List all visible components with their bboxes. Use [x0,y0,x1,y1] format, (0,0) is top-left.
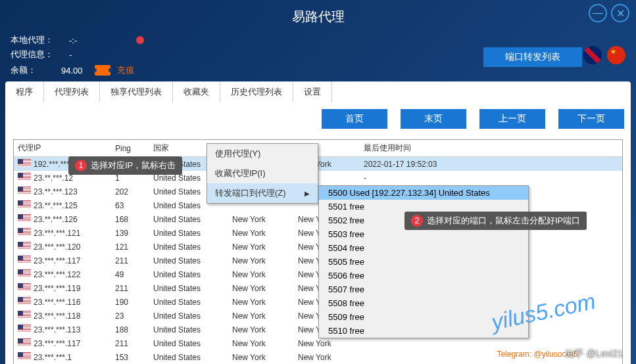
callout-2-text: 选择对应的端口，鼠标左击分配好IP端口 [427,215,580,227]
cell: - [360,171,622,185]
cell: 2022-01-17 19:52:03 [360,157,622,171]
cell: United States [149,240,228,254]
tab-1[interactable]: 代理列表 [44,81,100,102]
nav-btn-3[interactable]: 下一页 [558,109,624,129]
tab-5[interactable]: 设置 [293,81,332,102]
ctx-forward-port[interactable]: 转发端口到代理(Z) ▶ [207,183,318,203]
ctx-fav-proxy[interactable]: 收藏代理IP(I) [207,164,318,183]
cell: 211 [111,336,149,350]
flag-us-icon [18,269,31,277]
tab-0[interactable]: 程序 [5,81,44,102]
cell: 153 [111,350,149,364]
cell: 202 [111,185,149,198]
callout-1: 1 选择对应IP，鼠标右击 [68,156,182,175]
col-header[interactable]: 代理IP [14,140,111,157]
nav-btn-2[interactable]: 上一页 [479,109,545,129]
cell: New York [294,350,360,364]
cell: 23.***.***.120 [14,240,111,254]
cell: United States [149,254,228,267]
lang-cn-icon[interactable] [607,46,625,64]
flag-us-icon [18,311,31,319]
cell: New York [228,212,294,226]
nav-btn-1[interactable]: 末页 [401,109,466,129]
lang-en-icon[interactable] [583,46,602,64]
col-header[interactable]: 最后使用时间 [360,140,622,157]
cell: 23.**.***.125 [14,198,111,212]
cell: 23.***.***.118 [14,309,111,323]
app-title: 易路代理 [292,8,345,26]
cell: 23.**.***.123 [14,185,111,198]
port-option[interactable]: 5508 free [319,296,528,310]
cell: United States [149,212,228,226]
ctx-use-proxy[interactable]: 使用代理(Y) [207,144,318,164]
cell: 23.***.***.121 [14,226,111,240]
port-option[interactable]: 5504 free [319,241,528,255]
cell: 168 [111,212,149,226]
cell: New York [228,350,294,364]
balance-label: 余额： [11,64,36,76]
flag-us-icon [18,283,31,291]
local-proxy-value: -:- [69,35,77,45]
cell: 23.***.***.119 [14,281,111,295]
port-option[interactable]: 5509 free [319,310,528,324]
context-menu: 使用代理(Y) 收藏代理IP(I) 转发端口到代理(Z) ▶ [207,143,318,204]
port-forward-list-button[interactable]: 端口转发列表 [483,47,582,67]
cell: 211 [111,281,149,295]
flag-us-icon [18,297,31,305]
status-indicator-icon [136,36,144,44]
tab-2[interactable]: 独享代理列表 [100,81,173,102]
nav-btn-0[interactable]: 首页 [322,109,387,129]
port-option[interactable]: 5507 free [319,283,528,296]
cell: United States [149,267,228,281]
port-option[interactable]: 5506 free [319,269,528,283]
cell: 23.***.***.113 [14,323,111,336]
local-proxy-label: 本地代理： [11,34,66,46]
close-button[interactable]: ✕ [611,4,629,22]
port-option[interactable]: 5500 Used [192.227.132.34] United States [319,186,528,200]
flag-us-icon [18,200,31,208]
minimize-button[interactable]: — [589,4,607,22]
cell: 49 [111,267,149,281]
cell: 23.***.***.1 [14,350,111,364]
cell: 211 [111,254,149,267]
cell: New York [228,281,294,295]
cell: United States [149,309,228,323]
cell: United States [149,323,228,336]
cell: 63 [111,198,149,212]
cell: 190 [111,295,149,309]
cell: United States [149,226,228,240]
cell: 23 [111,309,149,323]
flag-us-icon [18,187,31,194]
table-row[interactable]: 23.***.***.117211United StatesNew YorkNe… [14,336,622,350]
port-option[interactable]: 5505 free [319,255,528,269]
cell: 188 [111,323,149,336]
port-option[interactable]: 5510 free [319,324,528,338]
cell: New York [228,323,294,336]
cell: New York [228,254,294,267]
tab-3[interactable]: 收藏夹 [173,81,220,102]
flag-us-icon [18,256,31,263]
proxy-info-label: 代理信息： [11,49,66,60]
flag-us-icon [18,173,31,181]
flag-us-icon [18,228,31,236]
callout-2-num: 2 [411,215,423,227]
tab-4[interactable]: 历史代理列表 [220,81,293,102]
flag-us-icon [18,242,31,250]
cell: United States [149,281,228,295]
cell: New York [228,226,294,240]
cell: 23.***.***.116 [14,295,111,309]
flag-us-icon [18,159,31,167]
flag-us-icon [18,325,31,332]
cell: United States [149,295,228,309]
ctx-forward-port-label: 转发端口到代理(Z) [215,187,286,199]
recharge-link[interactable]: 充值 [117,64,134,76]
balance-value: 94.00 [61,66,83,76]
cell: United States [149,350,228,364]
callout-1-num: 1 [75,160,87,171]
port-submenu: 5500 Used [192.227.132.34] United States… [318,185,529,338]
submenu-arrow-icon: ▶ [305,190,310,197]
ticket-icon [95,65,110,76]
cell: New York [228,240,294,254]
cell: New York [228,309,294,323]
col-header[interactable]: Ping [111,140,149,157]
